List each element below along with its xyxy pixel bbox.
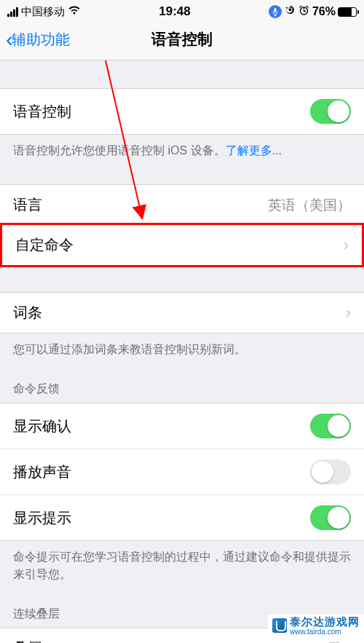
feedback-footer: 命令提示可在您学习语音控制的过程中，通过建议命令和提供提示来引导您。 [0,541,364,593]
play-sound-label: 播放声音 [13,462,71,482]
feedback-group: 显示确认 播放声音 显示提示 [0,403,364,541]
vocabulary-cell[interactable]: 词条 › [0,293,364,333]
battery-percent: 76% [312,5,336,18]
wifi-icon [68,5,81,18]
vocabulary-group: 词条 › [0,292,364,334]
battery-icon [338,7,357,17]
chevron-right-icon: › [346,304,351,323]
language-label: 语言 [13,195,42,215]
watermark-logo-icon [272,618,287,633]
voice-control-footer: 语音控制允许您使用语音控制 iOS 设备。了解更多... [0,135,364,170]
play-sound-switch[interactable] [310,459,351,484]
alarm-icon [298,5,309,18]
show-confirmation-cell[interactable]: 显示确认 [0,403,364,449]
play-sound-cell[interactable]: 播放声音 [0,449,364,494]
custom-commands-highlight: 自定命令 › [0,223,364,267]
battery-indicator: 76% [312,5,357,18]
custom-commands-cell[interactable]: 自定命令 › [2,225,362,265]
language-commands-group: 语言 英语（美国） 自定命令 › [0,184,364,266]
page-title: 语音控制 [151,29,213,50]
overlay-value: 无 › [328,639,351,644]
watermark: 泰尔达游戏网 www.tairda.com [268,615,364,638]
show-hints-switch[interactable] [310,505,351,530]
language-value: 英语（美国） [268,196,351,215]
feedback-header: 命令反馈 [0,368,364,403]
chevron-right-icon: › [346,639,351,644]
show-hints-cell[interactable]: 显示提示 [0,494,364,540]
carrier-label: 中国移动 [21,5,65,19]
svg-rect-0 [274,8,276,12]
status-bar: 中国移动 19:48 76% [0,0,364,22]
status-right: 76% [269,4,357,19]
language-cell[interactable]: 语言 英语（美国） [0,185,364,225]
watermark-name: 泰尔达游戏网 [290,616,360,628]
status-left: 中国移动 [7,5,81,19]
learn-more-link[interactable]: 了解更多... [226,144,282,157]
voice-control-toggle-cell[interactable]: 语音控制 [0,89,364,134]
show-hints-label: 显示提示 [13,508,71,528]
chevron-right-icon: › [344,236,349,255]
status-time: 19:48 [159,4,190,19]
nav-bar: ‹ 辅助功能 语音控制 [0,22,364,60]
vocabulary-footer: 您可以通过添加词条来教语音控制识别新词。 [0,334,364,368]
voice-control-switch[interactable] [310,99,351,124]
show-confirmation-switch[interactable] [310,414,351,438]
show-confirmation-label: 显示确认 [13,417,71,436]
back-button[interactable]: ‹ 辅助功能 [6,28,70,50]
overlay-label: 叠层 [13,639,42,643]
signal-icon [7,7,18,17]
rotation-lock-icon [285,4,296,19]
voice-control-label: 语音控制 [13,102,71,122]
svg-rect-1 [289,9,291,11]
vocabulary-label: 词条 [13,303,42,323]
back-label: 辅助功能 [12,30,70,50]
watermark-url: www.tairda.com [290,628,360,636]
custom-commands-label: 自定命令 [15,235,74,255]
voice-control-group: 语音控制 [0,88,364,135]
voice-control-indicator-icon [269,5,282,18]
